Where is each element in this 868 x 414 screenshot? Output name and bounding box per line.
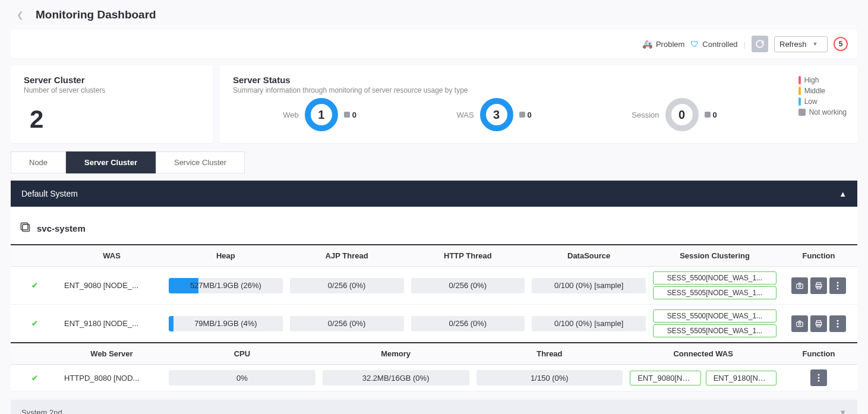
svg-rect-2 [797,284,803,289]
svg-point-11 [798,323,801,325]
column-header: Heap [165,245,286,267]
session-pill[interactable]: SESS_5500[NODE_WAS_1... [653,309,777,323]
print-button[interactable] [810,277,827,294]
toolbar: 🚑 Problem 🛡 Controlled | Refresh ▼ 5 [11,30,857,58]
status-item-label: Web [283,110,299,119]
shield-icon: 🛡 [690,39,699,49]
status-ring: 0 [665,98,699,131]
svg-point-17 [837,325,839,327]
column-header: Session Clustering [649,245,780,267]
table-row: ✔ ENT_9080 [NODE_... 527MB/1.9GB (26%) 0… [11,267,857,305]
svg-rect-10 [797,322,803,327]
column-header: HTTP Thread [408,245,529,267]
tab-server-cluster[interactable]: Server Cluster [66,151,156,173]
status-card-title: Server Status [233,75,844,85]
heap-bar: 79MB/1.9GB (4%) [169,316,283,331]
more-button[interactable] [829,277,846,294]
svg-point-7 [837,282,839,283]
column-header [11,245,58,267]
server-name[interactable]: ENT_9080 [NODE_... [58,267,165,305]
stack-icon [19,221,31,236]
column-header: Thread [473,343,627,365]
back-icon[interactable]: ❮ [13,10,27,20]
snapshot-button[interactable] [791,277,808,294]
caret-down-icon: ▼ [813,41,818,47]
ajp-bar: 0/256 (0%) [290,278,404,293]
check-icon: ✔ [31,374,38,383]
chevron-up-icon[interactable]: ▲ [839,189,847,198]
refresh-icon [756,40,764,48]
alert-count-badge[interactable]: 5 [834,37,848,51]
server-status-card: Server Status Summary information throug… [220,65,857,143]
status-subcount: 0 [519,110,532,119]
svg-point-16 [837,323,839,324]
ajp-bar: 0/256 (0%) [290,316,404,331]
connected-was-pill[interactable]: ENT_9080[NODE_WAS_16... [630,371,700,385]
svg-point-3 [798,285,801,287]
mem-bar: 32.2MB/16GB (0%) [323,370,469,385]
svg-point-18 [818,374,820,376]
column-header: Function [780,343,857,365]
ambulance-icon: 🚑 [642,39,652,49]
cpu-bar: 0% [169,370,315,385]
snapshot-button[interactable] [791,315,808,332]
accordion-title: Default System [21,189,78,198]
column-header: Function [780,245,857,267]
column-header: CPU [165,343,319,365]
table-row: ✔ ENT_9180 [NODE_... 79MB/1.9GB (4%) 0/2… [11,305,857,343]
status-ring: 3 [480,98,513,131]
column-header: Memory [319,343,473,365]
refresh-button[interactable] [752,36,768,52]
svg-point-15 [837,320,839,321]
connected-was-pill[interactable]: ENT_9180[NODE_WAS_16... [706,371,777,385]
server-name[interactable]: HTTPD_8080 [NOD... [58,365,165,391]
column-header: WAS [58,245,165,267]
accordion-system-2nd[interactable]: System 2nd ▼ [11,400,857,414]
column-header [11,343,58,365]
session-pill[interactable]: SESS_5505[NODE_WAS_1... [653,324,777,337]
session-pill[interactable]: SESS_5505[NODE_WAS_1... [653,286,777,299]
system-name: svc-system [37,223,86,233]
tab-node[interactable]: Node [11,151,66,173]
column-header: Web Server [58,343,165,365]
accordion2-title: System 2nd [21,408,62,414]
svg-point-19 [818,377,820,379]
check-icon: ✔ [31,281,38,290]
status-item: WAS 3 0 [456,98,531,131]
tab-service-cluster[interactable]: Service Cluster [156,151,245,173]
chevron-down-icon[interactable]: ▼ [839,408,847,414]
http-bar: 0/256 (0%) [411,278,525,293]
column-header: AJP Thread [286,245,408,267]
refresh-interval-select[interactable]: Refresh ▼ [774,36,828,52]
column-header: Connected WAS [626,343,780,365]
heap-bar: 527MB/1.9GB (26%) [169,278,283,293]
accordion-default-system[interactable]: Default System ▲ [11,181,857,207]
refresh-interval-label: Refresh [779,40,807,49]
session-pill[interactable]: SESS_5500[NODE_WAS_1... [653,271,777,285]
status-item-label: WAS [456,110,474,119]
legend-controlled: 🛡 Controlled [690,39,737,49]
check-icon: ✔ [31,319,38,328]
more-button[interactable] [829,315,846,332]
status-ring: 1 [305,98,338,131]
status-item: Web 1 0 [283,98,356,131]
status-item-label: Session [632,110,659,119]
status-legend: High Middle Low Not working [798,76,847,116]
cluster-card-subtitle: Number of server clusters [24,86,200,94]
cluster-count: 2 [24,105,200,134]
controlled-label: Controlled [702,40,737,49]
svg-point-8 [837,285,839,286]
thread-bar: 1/150 (0%) [476,370,623,385]
print-button[interactable] [810,315,827,332]
table-row: ✔ HTTPD_8080 [NOD... 0% 32.2MB/16GB (0%)… [11,365,857,391]
column-header: DataSource [528,245,649,267]
svg-point-20 [818,380,820,382]
server-name[interactable]: ENT_9180 [NODE_... [58,305,165,343]
legend-problem: 🚑 Problem [642,39,684,49]
more-button[interactable] [810,369,827,386]
http-bar: 0/256 (0%) [411,316,525,331]
web-table: Web ServerCPUMemoryThreadConnected WASFu… [11,342,857,391]
cluster-card-title: Server Cluster [24,75,200,85]
problem-label: Problem [656,40,684,49]
was-table: WASHeapAJP ThreadHTTP ThreadDataSourceSe… [11,244,857,343]
